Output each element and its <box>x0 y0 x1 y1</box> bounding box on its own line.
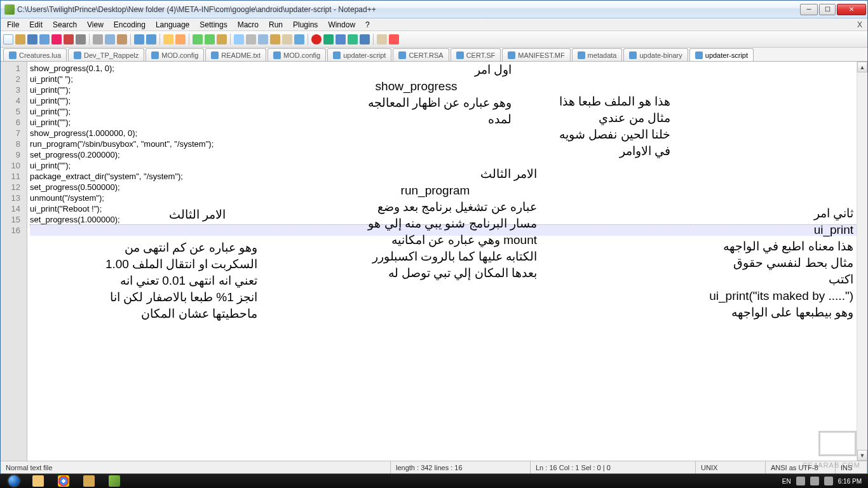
task-chrome[interactable] <box>51 474 76 488</box>
scroll-down-arrow-icon[interactable]: ▼ <box>857 450 867 461</box>
show-symbols-icon[interactable] <box>246 34 256 44</box>
zoom-in-icon[interactable] <box>193 34 203 44</box>
replace-icon[interactable] <box>175 34 186 44</box>
code-line[interactable]: ui_print(""); <box>30 117 865 128</box>
toolbar-separator <box>189 34 189 45</box>
code-line[interactable]: set_progress(1.000000); <box>30 214 865 225</box>
undo-icon[interactable] <box>134 34 144 44</box>
save-icon[interactable] <box>27 34 37 44</box>
menu-settings[interactable]: Settings <box>194 19 232 30</box>
tray-lang[interactable]: EN <box>782 478 791 485</box>
menu-file[interactable]: File <box>2 19 24 30</box>
play-multi-icon[interactable] <box>348 34 358 44</box>
indent-guide-icon[interactable] <box>258 34 268 44</box>
tab-mod-config[interactable]: MOD.config <box>146 48 204 61</box>
menubar-close-x[interactable]: X <box>853 20 866 29</box>
taskbar: EN 6:16 PM <box>0 474 868 488</box>
code-line[interactable]: ui_print(""); <box>30 106 865 117</box>
code-line[interactable]: unmount("/system"); <box>30 193 865 203</box>
menu-plugins[interactable]: Plugins <box>288 19 323 30</box>
scroll-track[interactable] <box>857 72 867 450</box>
menu-run[interactable]: Run <box>264 19 288 30</box>
minimize-button[interactable]: ─ <box>800 4 818 15</box>
record-macro-icon[interactable] <box>311 34 322 44</box>
monitor-icon[interactable] <box>377 34 387 44</box>
code-line[interactable]: show_progress(0.1, 0); <box>30 63 865 74</box>
code-line[interactable]: package_extract_dir("system", "/system")… <box>30 171 865 182</box>
statusbar: Normal text file length : 342 lines : 16… <box>1 461 867 473</box>
menu-language[interactable]: Language <box>151 19 194 30</box>
task-folder[interactable] <box>76 474 102 488</box>
new-file-icon[interactable] <box>3 34 13 44</box>
copy-icon[interactable] <box>105 34 115 44</box>
tab-updater-script[interactable]: updater-script <box>689 48 754 61</box>
play-macro-icon[interactable] <box>323 34 334 44</box>
menu-window[interactable]: Window <box>323 19 360 30</box>
tab-mod-config[interactable]: MOD.config <box>268 48 326 61</box>
sync-scroll-icon[interactable] <box>217 34 227 44</box>
code-line[interactable]: ui_print(""); <box>30 85 865 95</box>
tab-updater-script[interactable]: updater-script <box>327 48 391 61</box>
close-file-icon[interactable] <box>51 34 62 44</box>
vertical-scrollbar[interactable]: ▲ ▼ <box>857 62 867 461</box>
folder-icon <box>83 475 95 487</box>
menu-encoding[interactable]: Encoding <box>109 19 151 30</box>
tab-update-binary[interactable]: update-binary <box>623 48 688 61</box>
anno-text: هذا معناه اطبع في الواجهه <box>644 238 853 255</box>
maximize-button[interactable]: ☐ <box>819 4 836 15</box>
task-explorer[interactable] <box>25 474 51 488</box>
close-all-icon[interactable] <box>64 34 74 44</box>
save-macro-icon[interactable] <box>360 34 370 44</box>
spell-check-icon[interactable] <box>389 34 399 44</box>
close-button[interactable]: ✕ <box>837 4 866 15</box>
code-line[interactable]: run_program("/sbin/busybox", "mount", "/… <box>30 139 865 149</box>
code-line[interactable]: ui_print(""); <box>30 160 865 171</box>
start-button[interactable] <box>3 474 25 488</box>
cut-icon[interactable] <box>93 34 103 44</box>
file-icon <box>695 51 703 59</box>
menu-macro[interactable]: Macro <box>233 19 264 30</box>
tab-creatures-lua[interactable]: Creatures.lua <box>3 48 67 61</box>
code-line[interactable]: ui_print(""); <box>30 95 865 106</box>
menu-edit[interactable]: Edit <box>24 19 48 30</box>
code-line[interactable]: ui_print("Reboot !"); <box>30 203 865 214</box>
redo-icon[interactable] <box>146 34 156 44</box>
menu-view[interactable]: View <box>82 19 109 30</box>
tab-cert-sf[interactable]: CERT.SF <box>451 48 501 61</box>
open-file-icon[interactable] <box>15 34 25 44</box>
code-line[interactable]: ui_print(" "); <box>30 74 865 85</box>
anno-text: وهو عباره عن كم انتهى من <box>67 240 257 256</box>
print-icon[interactable] <box>76 34 86 44</box>
menu-search[interactable]: Search <box>48 19 82 30</box>
tab-dev-tp-rappelz[interactable]: Dev_TP_Rappelz <box>68 48 144 61</box>
word-wrap-icon[interactable] <box>234 34 244 44</box>
find-icon[interactable] <box>163 34 173 44</box>
menu-help[interactable]: ? <box>360 19 375 30</box>
tab-label: MOD.config <box>161 51 198 59</box>
line-number: 4 <box>1 95 27 106</box>
code-line[interactable]: set_progress(0.200000); <box>30 149 865 160</box>
tray-volume-icon[interactable] <box>824 477 833 485</box>
tab-manifest-mf[interactable]: MANIFEST.MF <box>502 48 570 61</box>
code-line[interactable]: show_progress(1.000000, 0); <box>30 128 865 139</box>
code-line[interactable] <box>30 225 865 236</box>
zoom-out-icon[interactable] <box>205 34 215 44</box>
code-line[interactable]: set_progress(0.500000); <box>30 182 865 193</box>
tray-clock[interactable]: 6:16 PM <box>838 478 862 485</box>
tab-cert-rsa[interactable]: CERT.RSA <box>393 48 449 61</box>
save-all-icon[interactable] <box>39 34 50 44</box>
file-icon <box>9 51 17 59</box>
task-notepadpp[interactable] <box>102 474 127 488</box>
tab-readme-txt[interactable]: README.txt <box>205 48 266 61</box>
tab-metadata[interactable]: metadata <box>572 48 623 61</box>
tray-flag-icon[interactable] <box>796 477 805 485</box>
doc-map-icon[interactable] <box>282 34 292 44</box>
paste-icon[interactable] <box>117 34 127 44</box>
stop-macro-icon[interactable] <box>336 34 346 44</box>
tray-network-icon[interactable] <box>810 477 819 485</box>
line-number: 1 <box>1 63 27 74</box>
func-list-icon[interactable] <box>294 34 304 44</box>
user-lang-icon[interactable] <box>270 34 280 44</box>
scroll-up-arrow-icon[interactable]: ▲ <box>857 62 867 72</box>
code-editor[interactable]: show_progress(0.1, 0);ui_print(" ");ui_p… <box>27 62 867 461</box>
